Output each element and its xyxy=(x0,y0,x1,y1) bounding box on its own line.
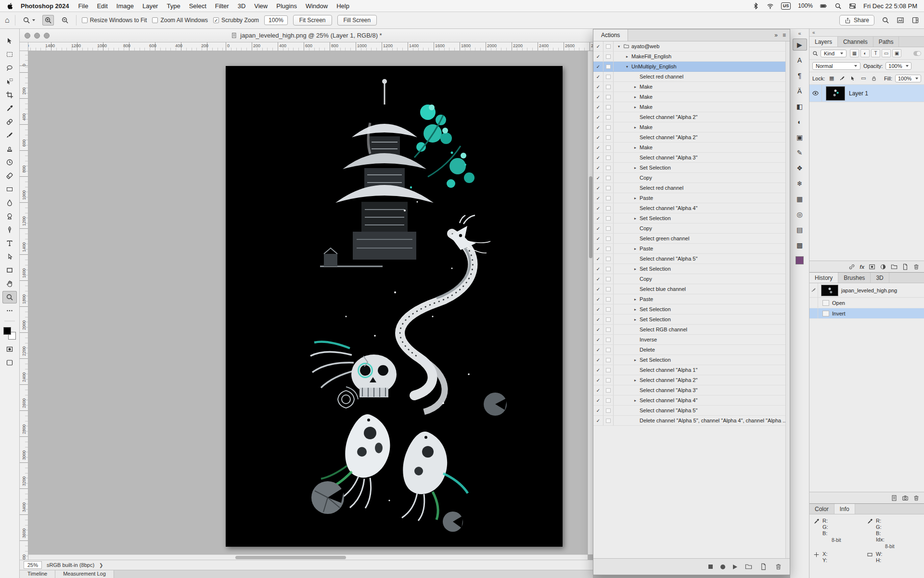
action-check-toggle[interactable]: ✓ xyxy=(593,173,603,183)
screen-mode-button[interactable] xyxy=(6,359,13,367)
tab-measurement-log[interactable]: Measurement Log xyxy=(55,570,114,578)
action-row[interactable]: ✓▸Make xyxy=(593,92,785,102)
marquee-tool[interactable] xyxy=(2,48,17,61)
gradient-tool[interactable] xyxy=(2,183,17,196)
tab-brushes[interactable]: Brushes xyxy=(838,273,871,283)
fit-screen-button[interactable]: Fit Screen xyxy=(293,15,332,26)
fill-select[interactable]: 100% xyxy=(895,75,921,82)
action-row[interactable]: ✓▸Make xyxy=(593,122,785,132)
type-tool[interactable] xyxy=(2,237,17,250)
action-dialog-toggle[interactable] xyxy=(603,304,614,314)
action-dialog-toggle[interactable] xyxy=(603,102,614,112)
lasso-tool[interactable] xyxy=(2,62,17,74)
action-dialog-toggle[interactable] xyxy=(603,153,614,162)
action-dialog-toggle[interactable] xyxy=(603,294,614,304)
action-row[interactable]: ✓Select channel "Alpha 5" xyxy=(593,406,785,416)
menu-bar-clock[interactable]: Fri Dec 22 5:08 PM xyxy=(863,2,917,10)
action-row[interactable]: ✓Select RGB channel xyxy=(593,325,785,335)
glyphs-panel-icon[interactable]: Ä xyxy=(793,85,807,97)
maximize-window-button[interactable] xyxy=(44,33,50,39)
action-check-toggle[interactable]: ✓ xyxy=(593,345,603,355)
input-source-indicator[interactable]: US xyxy=(781,2,791,10)
link-layers-icon[interactable] xyxy=(848,263,855,270)
action-dialog-toggle[interactable] xyxy=(603,52,614,61)
histogram-panel-icon[interactable]: ▤ xyxy=(793,223,807,236)
action-check-toggle[interactable]: ✓ xyxy=(593,335,603,344)
menu-3d[interactable]: 3D xyxy=(233,2,250,10)
new-layer-icon[interactable] xyxy=(902,263,909,270)
action-check-toggle[interactable]: ✓ xyxy=(593,294,603,304)
action-dialog-toggle[interactable] xyxy=(603,143,614,152)
action-check-toggle[interactable]: ✓ xyxy=(593,223,603,233)
delete-layer-icon[interactable] xyxy=(913,263,920,270)
action-check-toggle[interactable]: ✓ xyxy=(593,41,603,51)
play-button[interactable] xyxy=(733,565,737,569)
shape-tool[interactable] xyxy=(2,264,17,276)
dodge-tool[interactable] xyxy=(2,210,17,223)
action-dialog-toggle[interactable] xyxy=(603,234,614,243)
properties-panel-icon[interactable]: ◧ xyxy=(793,100,807,112)
chevron-right-icon[interactable]: ▸ xyxy=(633,358,638,362)
chevron-right-icon[interactable]: ▸ xyxy=(633,196,638,200)
swatches-panel-icon[interactable]: ▦ xyxy=(793,193,807,205)
document-title-bar[interactable]: japan_leveled_high.png @ 25% (Layer 1, R… xyxy=(20,29,593,42)
bluetooth-icon[interactable] xyxy=(752,2,759,10)
adjustment-layer-icon[interactable] xyxy=(880,263,886,270)
action-dialog-toggle[interactable] xyxy=(603,375,614,385)
action-check-toggle[interactable]: ✓ xyxy=(593,274,603,284)
layer-visibility-toggle[interactable] xyxy=(809,85,822,102)
action-row[interactable]: ✓Delete xyxy=(593,345,785,355)
home-icon[interactable]: ⌂ xyxy=(5,16,10,25)
filter-pixel-layers-icon[interactable]: ▦ xyxy=(850,49,859,57)
action-dialog-toggle[interactable] xyxy=(603,82,614,92)
battery-icon[interactable] xyxy=(820,2,827,10)
action-check-toggle[interactable]: ✓ xyxy=(593,406,603,415)
close-window-button[interactable] xyxy=(25,33,30,39)
panel-menu-icon[interactable]: ≡ xyxy=(783,32,786,39)
spotlight-icon[interactable] xyxy=(834,2,842,10)
action-dialog-toggle[interactable] xyxy=(603,72,614,81)
action-row[interactable]: ✓▸MakeFill_English xyxy=(593,52,785,62)
action-row[interactable]: ✓▸Set Selection xyxy=(593,315,785,325)
action-check-toggle[interactable]: ✓ xyxy=(593,244,603,253)
canvas[interactable] xyxy=(226,66,563,547)
wifi-icon[interactable] xyxy=(767,2,774,10)
control-center-icon[interactable] xyxy=(849,2,856,10)
action-check-toggle[interactable]: ✓ xyxy=(593,385,603,395)
color-panel-swatch[interactable] xyxy=(796,256,804,264)
action-set-row[interactable]: ✓▾ayato@web xyxy=(593,41,785,52)
action-dialog-toggle[interactable] xyxy=(603,365,614,375)
media-gallery-icon[interactable] xyxy=(897,16,904,24)
resize-windows-checkbox[interactable] xyxy=(82,17,88,23)
zoom-percentage-field[interactable]: 100% xyxy=(264,15,288,25)
filter-adjustment-layers-icon[interactable]: ◐ xyxy=(860,49,870,57)
action-row[interactable]: ✓▸Set Selection xyxy=(593,264,785,274)
action-check-toggle[interactable]: ✓ xyxy=(593,102,603,112)
pen-tool[interactable] xyxy=(2,223,17,236)
action-check-toggle[interactable]: ✓ xyxy=(593,213,603,223)
action-dialog-toggle[interactable] xyxy=(603,345,614,355)
actions-scrollbar[interactable] xyxy=(785,41,790,558)
menu-image[interactable]: Image xyxy=(112,2,138,10)
action-check-toggle[interactable]: ✓ xyxy=(593,132,603,142)
ruler-left[interactable]: 0200400600800100012001400160018002000220… xyxy=(20,51,28,578)
eyedropper-tool[interactable] xyxy=(2,102,17,115)
action-check-toggle[interactable]: ✓ xyxy=(593,82,603,92)
action-dialog-toggle[interactable] xyxy=(603,173,614,183)
zoom-in-button[interactable] xyxy=(42,15,54,26)
layer-name[interactable]: Layer 1 xyxy=(849,90,868,97)
action-row[interactable]: ✓Select channel "Alpha 2" xyxy=(593,112,785,122)
styles-panel-icon[interactable]: ❖ xyxy=(793,162,807,174)
zoom-out-button[interactable] xyxy=(59,15,71,26)
quick-mask-button[interactable] xyxy=(6,345,13,353)
history-brush-source-toggle[interactable] xyxy=(809,308,818,318)
foreground-color-swatch[interactable] xyxy=(3,327,11,335)
filter-type-layers-icon[interactable]: T xyxy=(871,49,880,57)
path-selection-tool[interactable] xyxy=(2,250,17,263)
action-dialog-toggle[interactable] xyxy=(603,274,614,284)
action-row[interactable]: ✓Select channel "Alpha 2" xyxy=(593,132,785,143)
chevron-right-icon[interactable]: ▸ xyxy=(633,317,638,322)
brush-tool[interactable] xyxy=(2,129,17,142)
clone-stamp-tool[interactable] xyxy=(2,143,17,155)
navigator-panel-icon[interactable]: ◎ xyxy=(793,208,807,220)
